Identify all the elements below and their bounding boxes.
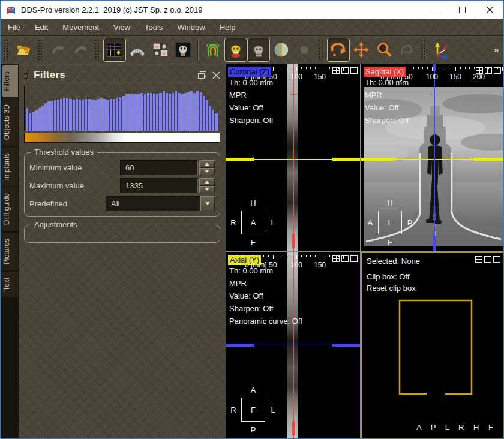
sagittal-vertical-crosshair[interactable] — [434, 64, 435, 251]
histogram-bar — [26, 108, 28, 131]
maxilla-view-button[interactable] — [224, 38, 247, 62]
maximize-icon — [459, 7, 466, 13]
ruler-label: 150 — [449, 73, 461, 81]
axial-view[interactable]: 0 [mm]50100150 Axial (Y) Th: 0.00 mmMPRV… — [226, 252, 360, 438]
spin-up-button[interactable] — [199, 160, 215, 168]
half-split-view-button[interactable] — [270, 38, 293, 62]
ruler-tick — [474, 67, 475, 69]
ruler-tick — [306, 67, 307, 69]
sidebar-tab[interactable]: Implants — [2, 147, 18, 186]
spin-up-button[interactable] — [199, 178, 215, 186]
coronal-vertical-crosshair[interactable] — [293, 64, 294, 251]
crosshair-handle[interactable] — [292, 234, 295, 248]
menu-item[interactable]: File — [1, 19, 28, 36]
orientation-bottom: P — [251, 425, 256, 434]
selected-status: Selected: None — [367, 255, 420, 267]
crosshair-handle[interactable] — [226, 158, 254, 161]
ruler-tick — [278, 255, 278, 257]
menu-item[interactable]: Movement — [55, 19, 106, 36]
view-info-line: Value: Off — [229, 290, 302, 302]
maximum-value-input[interactable] — [120, 178, 198, 193]
bone-surface-view-button[interactable] — [247, 38, 270, 62]
transfer-gradient-bar[interactable] — [24, 133, 220, 143]
coronal-view[interactable]: 0 [mm]50100150 Coronal (Z) Th: 0.00 mmMP… — [226, 64, 360, 251]
clip-box-outline[interactable] — [398, 299, 473, 395]
reset-clip-box-link[interactable]: Reset clip box — [367, 282, 420, 294]
arrow-up-icon — [205, 181, 209, 184]
sagittal-view[interactable]: 0 [mm]50100150200 Sagittal (X) Th: 0.00 … — [361, 64, 503, 251]
layout-single-icon[interactable] — [350, 255, 358, 262]
close-panel-icon[interactable] — [212, 71, 220, 79]
layout-single-icon[interactable] — [494, 67, 501, 74]
layout-four-views-button[interactable] — [103, 38, 126, 62]
toolbar-grip[interactable] — [421, 40, 427, 60]
rotate-tool-button[interactable] — [327, 38, 350, 62]
crosshair-handle[interactable] — [473, 158, 503, 161]
crosshair-handle[interactable] — [332, 158, 360, 161]
minimum-value-label: Minimum value — [29, 163, 82, 172]
intensity-histogram[interactable] — [24, 86, 220, 131]
sidebar-tab[interactable]: Pictures — [2, 233, 18, 270]
toolbar-grip[interactable] — [319, 40, 324, 60]
close-button[interactable] — [476, 1, 503, 19]
toolbar-grip[interactable] — [95, 40, 100, 60]
crosshair-handle[interactable] — [332, 344, 360, 347]
sidebar-tab[interactable]: Text — [2, 272, 18, 297]
maximize-button[interactable] — [448, 1, 476, 19]
dental-arch-button[interactable] — [202, 38, 224, 62]
pan-tool-button[interactable] — [350, 38, 373, 62]
histogram-bar — [100, 98, 103, 131]
orientation-left: R — [230, 218, 236, 227]
volume-3d-view[interactable]: Selected: None Clip box: Off Reset clip … — [361, 252, 503, 438]
layout-grid-icon[interactable] — [332, 67, 340, 74]
menu-item[interactable]: Edit — [28, 19, 55, 36]
dropdown-button[interactable] — [200, 196, 215, 211]
layout-single-icon[interactable] — [493, 256, 500, 263]
layout-grid-icon[interactable] — [475, 256, 482, 263]
histogram-bar — [190, 91, 193, 131]
minimize-button[interactable] — [421, 1, 448, 19]
orientation-right: P — [407, 218, 413, 227]
layout-single-icon[interactable] — [350, 67, 358, 74]
layout-split-icon[interactable] — [485, 67, 492, 74]
layout-grid-icon[interactable] — [332, 255, 340, 262]
layout-split-icon[interactable] — [484, 256, 491, 263]
crosshair-tick — [290, 94, 297, 95]
toolbar-overflow-chevron[interactable]: » — [494, 45, 499, 55]
crosshair-handle[interactable] — [226, 344, 254, 347]
spin-down-button[interactable] — [199, 186, 215, 194]
sidebar-tab[interactable]: Filters — [2, 65, 18, 97]
orientation-top: A — [251, 386, 256, 395]
layout-split-icon[interactable] — [341, 255, 349, 262]
app-logo-icon — [6, 5, 16, 15]
sidebar-tab[interactable]: Objects 3D — [2, 98, 18, 146]
panoramic-view-button[interactable] — [126, 38, 149, 62]
panel-grip[interactable] — [24, 70, 29, 80]
histogram-bar — [63, 98, 65, 131]
histogram-bar — [150, 93, 152, 131]
toolbar-grip[interactable] — [4, 40, 9, 60]
toolbar-grip[interactable] — [38, 40, 43, 60]
float-panel-icon[interactable] — [198, 71, 206, 79]
ruler-tick — [432, 67, 433, 71]
axes-indicator-button[interactable] — [430, 38, 452, 62]
minimum-value-input[interactable] — [120, 160, 198, 175]
spin-down-button[interactable] — [199, 168, 215, 176]
layout-split-icon[interactable] — [341, 67, 349, 74]
redo-icon — [71, 41, 89, 59]
crosshair-handle[interactable] — [292, 421, 295, 435]
skull-3d-button[interactable] — [172, 38, 194, 62]
crosshair-handle[interactable] — [433, 236, 436, 251]
zoom-tool-button[interactable] — [373, 38, 395, 62]
multi-view-button[interactable] — [149, 38, 172, 62]
crosshair-handle[interactable] — [361, 158, 394, 161]
menu-item[interactable]: View — [106, 19, 137, 36]
menu-item[interactable]: Window — [170, 19, 212, 36]
predefined-dropdown[interactable]: All — [106, 196, 200, 211]
sidebar-tab[interactable]: Drill guide — [2, 187, 18, 231]
open-project-button[interactable] — [12, 38, 35, 62]
layout-grid-icon[interactable] — [476, 67, 483, 74]
soft-tissue-view-icon — [295, 41, 313, 59]
menu-item[interactable]: Help — [212, 19, 243, 36]
menu-item[interactable]: Tools — [137, 19, 170, 36]
